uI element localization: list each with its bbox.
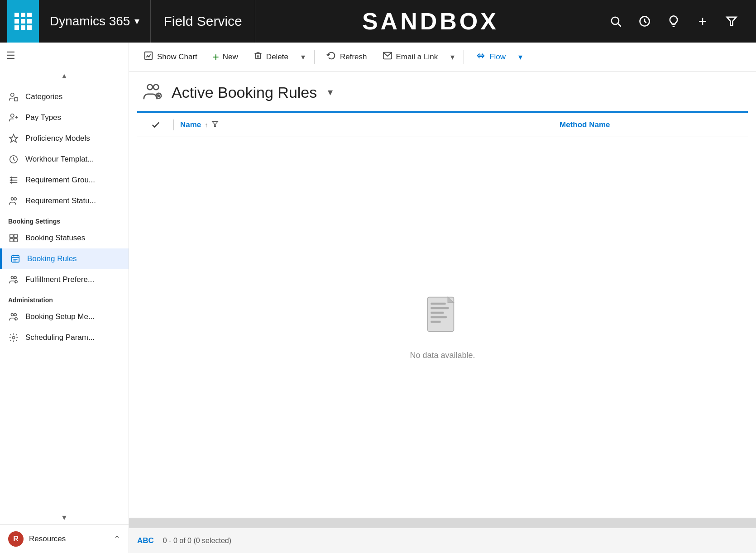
- col-method-header[interactable]: Method Name: [560, 120, 741, 129]
- svg-rect-43: [431, 307, 449, 309]
- svg-rect-17: [10, 234, 13, 238]
- lightbulb-icon[interactable]: [664, 11, 684, 31]
- svg-rect-44: [431, 312, 444, 314]
- sidebar-item-scheduling-params[interactable]: Scheduling Param...: [0, 327, 129, 348]
- pay-types-label: Pay Types: [25, 113, 61, 122]
- req-groups-label: Requirement Grou...: [25, 176, 95, 185]
- delete-button[interactable]: Delete: [247, 47, 295, 67]
- select-all-checkbox[interactable]: [144, 120, 167, 130]
- new-button[interactable]: + New: [206, 47, 244, 67]
- page-title-chevron[interactable]: ▾: [328, 86, 333, 98]
- pay-types-icon: [8, 112, 19, 123]
- sidebar-item-categories[interactable]: Categories: [0, 86, 129, 107]
- svg-point-16: [14, 198, 16, 200]
- req-status-icon: [8, 195, 19, 206]
- add-icon[interactable]: +: [693, 11, 713, 31]
- req-status-label: Requirement Statu...: [25, 196, 96, 205]
- sidebar: ☰ ▲ Categories: [0, 43, 129, 553]
- booking-rules-icon: [10, 253, 21, 264]
- svg-point-31: [14, 314, 16, 316]
- sidebar-top: ☰: [0, 43, 129, 69]
- booking-setup-icon: [8, 311, 19, 322]
- search-icon[interactable]: [606, 11, 626, 31]
- booking-setup-label: Booking Setup Me...: [25, 312, 95, 321]
- workhour-label: Workhour Templat...: [25, 155, 94, 164]
- flow-dropdown-button[interactable]: ▾: [515, 48, 526, 66]
- page-title: Active Booking Rules: [172, 84, 317, 101]
- categories-icon: [8, 91, 19, 102]
- col-name-header[interactable]: Name ↑: [180, 120, 560, 129]
- field-service-label: Field Service: [163, 14, 242, 29]
- flow-button[interactable]: Flow: [469, 47, 512, 67]
- sidebar-items: Categories Pay Types P: [0, 83, 129, 511]
- resources-avatar: R: [8, 531, 24, 547]
- email-link-button[interactable]: Email a Link: [376, 47, 445, 67]
- svg-point-37: [153, 85, 159, 90]
- svg-point-14: [11, 182, 12, 183]
- table-footer: ABC 0 - 0 of 0 (0 selected): [129, 528, 756, 553]
- field-service-nav: Field Service: [151, 0, 255, 43]
- req-groups-icon: [8, 175, 19, 186]
- table-header: Name ↑ Method Name: [137, 113, 748, 137]
- svg-rect-19: [14, 234, 17, 238]
- sidebar-bottom[interactable]: R Resources ⌃: [0, 524, 129, 553]
- sidebar-item-pay-types[interactable]: Pay Types: [0, 107, 129, 128]
- table-container: Name ↑ Method Name: [137, 111, 748, 518]
- sidebar-item-booking-rules[interactable]: Booking Rules: [0, 248, 129, 269]
- svg-point-28: [14, 276, 16, 279]
- delete-dropdown-button[interactable]: ▾: [297, 48, 309, 66]
- horizontal-scrollbar[interactable]: [129, 518, 756, 528]
- email-dropdown-button[interactable]: ▾: [447, 48, 458, 66]
- dynamics-label: Dynamics 365: [50, 14, 130, 29]
- filter-icon[interactable]: [722, 11, 742, 31]
- hamburger-icon[interactable]: ☰: [6, 50, 15, 62]
- empty-data-icon: [422, 295, 463, 342]
- name-sort-icon[interactable]: ↑: [205, 121, 208, 129]
- sidebar-item-workhour-templates[interactable]: Workhour Templat...: [0, 149, 129, 170]
- sidebar-item-requirement-groups[interactable]: Requirement Grou...: [0, 170, 129, 191]
- fulfillment-icon: [8, 274, 19, 285]
- table-body: No data available.: [137, 137, 748, 518]
- record-count: 0 - 0 of 0 (0 selected): [163, 537, 231, 545]
- svg-rect-42: [431, 303, 445, 305]
- administration-header: Administration: [0, 290, 129, 306]
- sidebar-item-booking-setup[interactable]: Booking Setup Me...: [0, 306, 129, 327]
- name-filter-icon[interactable]: [211, 120, 219, 129]
- svg-rect-20: [14, 238, 17, 242]
- app-grid-button[interactable]: [7, 0, 39, 43]
- sidebar-item-requirement-statuses[interactable]: Requirement Statu...: [0, 191, 129, 211]
- dynamics-chevron[interactable]: ▾: [134, 15, 139, 27]
- svg-point-15: [11, 198, 14, 200]
- sidebar-item-booking-statuses[interactable]: Booking Statuses: [0, 228, 129, 248]
- dynamics-nav[interactable]: Dynamics 365 ▾: [39, 0, 151, 43]
- svg-point-33: [12, 336, 15, 339]
- fulfillment-label: Fulfillment Prefere...: [25, 275, 94, 284]
- refresh-button[interactable]: Refresh: [320, 47, 373, 67]
- sidebar-item-proficiency-models[interactable]: Proficiency Models: [0, 128, 129, 149]
- svg-point-0: [612, 17, 619, 24]
- recent-items-icon[interactable]: [635, 11, 655, 31]
- resources-label: Resources: [29, 534, 66, 543]
- proficiency-icon: [8, 133, 19, 144]
- top-nav: Dynamics 365 ▾ Field Service SANDBOX +: [0, 0, 756, 43]
- content-area: Show Chart + New Delete ▾: [129, 43, 756, 553]
- booking-rules-label: Booking Rules: [27, 254, 77, 263]
- refresh-icon: [326, 51, 336, 63]
- show-chart-button[interactable]: Show Chart: [137, 47, 204, 67]
- svg-marker-7: [10, 134, 18, 142]
- booking-statuses-label: Booking Statuses: [25, 234, 85, 243]
- abc-link[interactable]: ABC: [137, 536, 154, 545]
- svg-rect-45: [431, 316, 447, 318]
- no-data-message: No data available.: [410, 351, 475, 360]
- sidebar-item-fulfillment-preferences[interactable]: Fulfillment Prefere...: [0, 269, 129, 290]
- svg-line-1: [618, 24, 621, 26]
- sidebar-scroll-up[interactable]: ▲: [0, 69, 129, 83]
- col-separator-1: [173, 119, 174, 130]
- delete-icon: [254, 51, 263, 63]
- sidebar-scroll-down[interactable]: ▼: [0, 511, 129, 524]
- new-icon: +: [213, 51, 219, 63]
- workhour-icon: [8, 154, 19, 165]
- resources-chevron: ⌃: [114, 534, 120, 544]
- booking-rules-page-icon: [142, 81, 163, 103]
- svg-point-4: [11, 93, 14, 96]
